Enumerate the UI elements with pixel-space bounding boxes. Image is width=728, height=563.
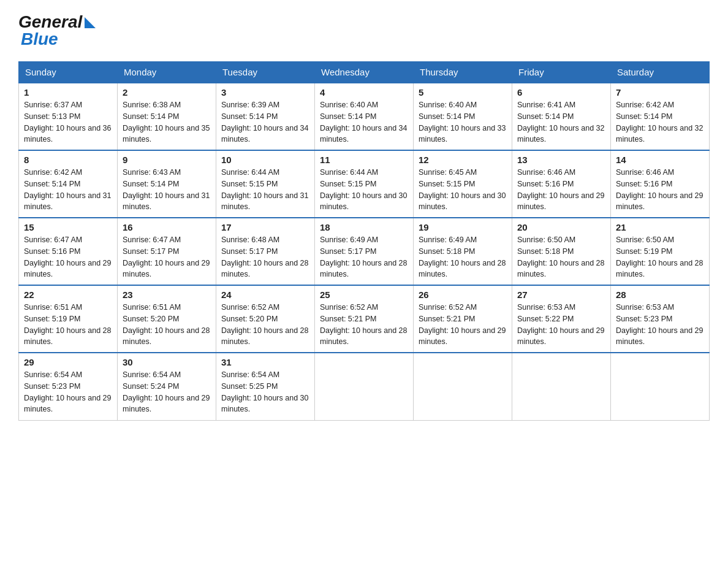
calendar-cell: 9 Sunrise: 6:43 AM Sunset: 5:14 PM Dayli… — [118, 150, 216, 218]
calendar-cell: 16 Sunrise: 6:47 AM Sunset: 5:17 PM Dayl… — [118, 218, 216, 285]
calendar-cell: 3 Sunrise: 6:39 AM Sunset: 5:14 PM Dayli… — [216, 83, 315, 150]
column-header-wednesday: Wednesday — [315, 62, 414, 83]
day-info: Sunrise: 6:52 AM Sunset: 5:21 PM Dayligh… — [320, 302, 408, 348]
calendar-cell: 4 Sunrise: 6:40 AM Sunset: 5:14 PM Dayli… — [315, 83, 414, 150]
logo-triangle-icon — [85, 17, 96, 28]
calendar-cell — [414, 353, 512, 420]
calendar-cell: 12 Sunrise: 6:45 AM Sunset: 5:15 PM Dayl… — [414, 150, 512, 218]
day-number: 12 — [419, 155, 507, 165]
day-number: 5 — [419, 87, 507, 98]
day-number: 8 — [24, 155, 112, 165]
day-number: 13 — [517, 155, 605, 165]
calendar-table: SundayMondayTuesdayWednesdayThursdayFrid… — [18, 61, 710, 421]
calendar-cell: 6 Sunrise: 6:41 AM Sunset: 5:14 PM Dayli… — [512, 83, 611, 150]
day-number: 3 — [221, 87, 309, 98]
day-info: Sunrise: 6:42 AM Sunset: 5:14 PM Dayligh… — [24, 167, 112, 213]
day-number: 20 — [517, 222, 605, 232]
calendar-cell — [611, 353, 710, 420]
day-info: Sunrise: 6:54 AM Sunset: 5:25 PM Dayligh… — [221, 369, 309, 415]
day-info: Sunrise: 6:49 AM Sunset: 5:18 PM Dayligh… — [419, 234, 507, 280]
day-info: Sunrise: 6:37 AM Sunset: 5:13 PM Dayligh… — [24, 99, 112, 145]
day-info: Sunrise: 6:38 AM Sunset: 5:14 PM Dayligh… — [123, 99, 211, 145]
day-info: Sunrise: 6:54 AM Sunset: 5:23 PM Dayligh… — [24, 369, 112, 415]
day-info: Sunrise: 6:44 AM Sunset: 5:15 PM Dayligh… — [320, 167, 408, 213]
calendar-cell: 1 Sunrise: 6:37 AM Sunset: 5:13 PM Dayli… — [19, 83, 118, 150]
day-info: Sunrise: 6:45 AM Sunset: 5:15 PM Dayligh… — [419, 167, 507, 213]
day-number: 21 — [616, 222, 704, 232]
day-number: 27 — [517, 289, 605, 300]
day-info: Sunrise: 6:48 AM Sunset: 5:17 PM Dayligh… — [221, 234, 309, 280]
day-number: 30 — [123, 357, 211, 367]
day-number: 29 — [24, 357, 112, 367]
calendar-cell: 21 Sunrise: 6:50 AM Sunset: 5:19 PM Dayl… — [611, 218, 710, 285]
calendar-cell: 23 Sunrise: 6:51 AM Sunset: 5:20 PM Dayl… — [118, 285, 216, 353]
logo-blue-text: Blue — [18, 29, 58, 49]
day-number: 2 — [123, 87, 211, 98]
day-number: 22 — [24, 289, 112, 300]
day-info: Sunrise: 6:49 AM Sunset: 5:17 PM Dayligh… — [320, 234, 408, 280]
calendar-cell: 7 Sunrise: 6:42 AM Sunset: 5:14 PM Dayli… — [611, 83, 710, 150]
day-info: Sunrise: 6:52 AM Sunset: 5:21 PM Dayligh… — [419, 302, 507, 348]
day-info: Sunrise: 6:53 AM Sunset: 5:23 PM Dayligh… — [616, 302, 704, 348]
page-header: General Blue — [18, 12, 710, 49]
calendar-cell: 2 Sunrise: 6:38 AM Sunset: 5:14 PM Dayli… — [118, 83, 216, 150]
calendar-cell: 19 Sunrise: 6:49 AM Sunset: 5:18 PM Dayl… — [414, 218, 512, 285]
calendar-cell: 17 Sunrise: 6:48 AM Sunset: 5:17 PM Dayl… — [216, 218, 315, 285]
calendar-cell: 30 Sunrise: 6:54 AM Sunset: 5:24 PM Dayl… — [118, 353, 216, 420]
day-info: Sunrise: 6:42 AM Sunset: 5:14 PM Dayligh… — [616, 99, 704, 145]
day-info: Sunrise: 6:52 AM Sunset: 5:20 PM Dayligh… — [221, 302, 309, 348]
calendar-cell: 29 Sunrise: 6:54 AM Sunset: 5:23 PM Dayl… — [19, 353, 118, 420]
day-info: Sunrise: 6:54 AM Sunset: 5:24 PM Dayligh… — [123, 369, 211, 415]
calendar-cell: 11 Sunrise: 6:44 AM Sunset: 5:15 PM Dayl… — [315, 150, 414, 218]
day-info: Sunrise: 6:40 AM Sunset: 5:14 PM Dayligh… — [419, 99, 507, 145]
day-number: 23 — [123, 289, 211, 300]
day-number: 18 — [320, 222, 408, 232]
calendar-cell — [315, 353, 414, 420]
day-number: 7 — [616, 87, 704, 98]
day-info: Sunrise: 6:51 AM Sunset: 5:19 PM Dayligh… — [24, 302, 112, 348]
logo: General Blue — [18, 12, 96, 49]
day-info: Sunrise: 6:47 AM Sunset: 5:16 PM Dayligh… — [24, 234, 112, 280]
day-number: 9 — [123, 155, 211, 165]
calendar-cell: 14 Sunrise: 6:46 AM Sunset: 5:16 PM Dayl… — [611, 150, 710, 218]
day-number: 14 — [616, 155, 704, 165]
day-info: Sunrise: 6:46 AM Sunset: 5:16 PM Dayligh… — [616, 167, 704, 213]
day-info: Sunrise: 6:47 AM Sunset: 5:17 PM Dayligh… — [123, 234, 211, 280]
week-row-2: 8 Sunrise: 6:42 AM Sunset: 5:14 PM Dayli… — [19, 150, 710, 218]
calendar-cell: 31 Sunrise: 6:54 AM Sunset: 5:25 PM Dayl… — [216, 353, 315, 420]
day-number: 24 — [221, 289, 309, 300]
calendar-cell: 8 Sunrise: 6:42 AM Sunset: 5:14 PM Dayli… — [19, 150, 118, 218]
day-number: 1 — [24, 87, 112, 98]
day-info: Sunrise: 6:53 AM Sunset: 5:22 PM Dayligh… — [517, 302, 605, 348]
day-number: 19 — [419, 222, 507, 232]
day-info: Sunrise: 6:46 AM Sunset: 5:16 PM Dayligh… — [517, 167, 605, 213]
day-info: Sunrise: 6:44 AM Sunset: 5:15 PM Dayligh… — [221, 167, 309, 213]
day-info: Sunrise: 6:40 AM Sunset: 5:14 PM Dayligh… — [320, 99, 408, 145]
calendar-cell: 25 Sunrise: 6:52 AM Sunset: 5:21 PM Dayl… — [315, 285, 414, 353]
calendar-cell: 13 Sunrise: 6:46 AM Sunset: 5:16 PM Dayl… — [512, 150, 611, 218]
calendar-cell: 5 Sunrise: 6:40 AM Sunset: 5:14 PM Dayli… — [414, 83, 512, 150]
day-info: Sunrise: 6:50 AM Sunset: 5:18 PM Dayligh… — [517, 234, 605, 280]
week-row-5: 29 Sunrise: 6:54 AM Sunset: 5:23 PM Dayl… — [19, 353, 710, 420]
day-number: 26 — [419, 289, 507, 300]
column-header-saturday: Saturday — [611, 62, 710, 83]
day-number: 6 — [517, 87, 605, 98]
day-number: 16 — [123, 222, 211, 232]
calendar-header-row: SundayMondayTuesdayWednesdayThursdayFrid… — [19, 62, 710, 83]
day-number: 15 — [24, 222, 112, 232]
day-number: 17 — [221, 222, 309, 232]
day-info: Sunrise: 6:41 AM Sunset: 5:14 PM Dayligh… — [517, 99, 605, 145]
calendar-cell: 24 Sunrise: 6:52 AM Sunset: 5:20 PM Dayl… — [216, 285, 315, 353]
day-number: 31 — [221, 357, 309, 367]
column-header-sunday: Sunday — [19, 62, 118, 83]
column-header-thursday: Thursday — [414, 62, 512, 83]
day-info: Sunrise: 6:50 AM Sunset: 5:19 PM Dayligh… — [616, 234, 704, 280]
day-info: Sunrise: 6:43 AM Sunset: 5:14 PM Dayligh… — [123, 167, 211, 213]
day-number: 25 — [320, 289, 408, 300]
week-row-4: 22 Sunrise: 6:51 AM Sunset: 5:19 PM Dayl… — [19, 285, 710, 353]
day-info: Sunrise: 6:51 AM Sunset: 5:20 PM Dayligh… — [123, 302, 211, 348]
week-row-1: 1 Sunrise: 6:37 AM Sunset: 5:13 PM Dayli… — [19, 83, 710, 150]
column-header-friday: Friday — [512, 62, 611, 83]
day-number: 4 — [320, 87, 408, 98]
column-header-monday: Monday — [118, 62, 216, 83]
